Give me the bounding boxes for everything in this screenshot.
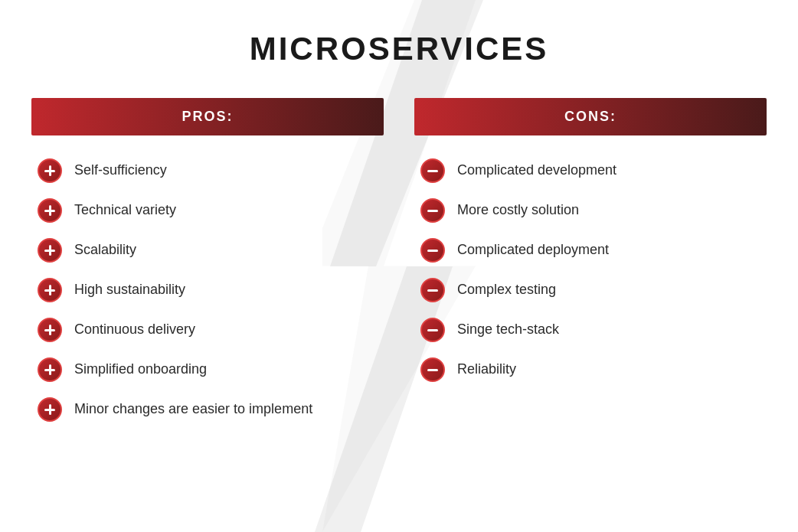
minus-icon xyxy=(420,158,445,183)
item-text: Reliability xyxy=(457,361,516,378)
list-item: Minor changes are easier to implement xyxy=(31,390,384,429)
item-text: Minor changes are easier to implement xyxy=(74,400,312,418)
pros-list: Self-sufficiency Technical variety Scala… xyxy=(31,151,384,429)
main-columns: PROS: Self-sufficiency Technical variety… xyxy=(31,98,767,429)
item-text: Complicated development xyxy=(457,162,616,179)
item-text: More costly solution xyxy=(457,201,579,219)
list-item: Self-sufficiency xyxy=(31,151,384,191)
cons-list: Complicated development More costly solu… xyxy=(414,151,767,390)
list-item: Complicated deployment xyxy=(414,230,767,270)
list-item: Singe tech-stack xyxy=(414,310,767,350)
list-item: Technical variety xyxy=(31,191,384,230)
item-text: Complicated deployment xyxy=(457,241,609,259)
item-text: Continuous delivery xyxy=(74,321,195,338)
plus-icon xyxy=(38,318,62,342)
list-item: Continuous delivery xyxy=(31,310,384,350)
list-item: Complex testing xyxy=(414,270,767,310)
list-item: Reliability xyxy=(414,350,767,390)
minus-icon xyxy=(420,318,445,342)
list-item: High sustainability xyxy=(31,270,384,310)
cons-column: CONS: Complicated development More costl… xyxy=(414,98,767,429)
minus-icon xyxy=(420,278,445,302)
item-text: Complex testing xyxy=(457,281,556,299)
plus-icon xyxy=(38,238,62,263)
minus-icon xyxy=(420,198,445,223)
pros-column: PROS: Self-sufficiency Technical variety… xyxy=(31,98,384,429)
page-title: MICROSERVICES xyxy=(250,31,549,67)
plus-icon xyxy=(38,198,62,223)
list-item: Simplified onboarding xyxy=(31,350,384,390)
pros-header: PROS: xyxy=(31,98,384,135)
cons-header: CONS: xyxy=(414,98,767,135)
item-text: Singe tech-stack xyxy=(457,321,559,338)
list-item: Complicated development xyxy=(414,151,767,191)
plus-icon xyxy=(38,278,62,302)
item-text: Technical variety xyxy=(74,201,176,219)
item-text: Self-sufficiency xyxy=(74,162,167,179)
item-text: High sustainability xyxy=(74,281,185,299)
list-item: Scalability xyxy=(31,230,384,270)
plus-icon xyxy=(38,397,62,422)
item-text: Scalability xyxy=(74,241,136,259)
minus-icon xyxy=(420,357,445,382)
plus-icon xyxy=(38,357,62,382)
plus-icon xyxy=(38,158,62,183)
minus-icon xyxy=(420,238,445,263)
item-text: Simplified onboarding xyxy=(74,361,207,378)
list-item: More costly solution xyxy=(414,191,767,230)
